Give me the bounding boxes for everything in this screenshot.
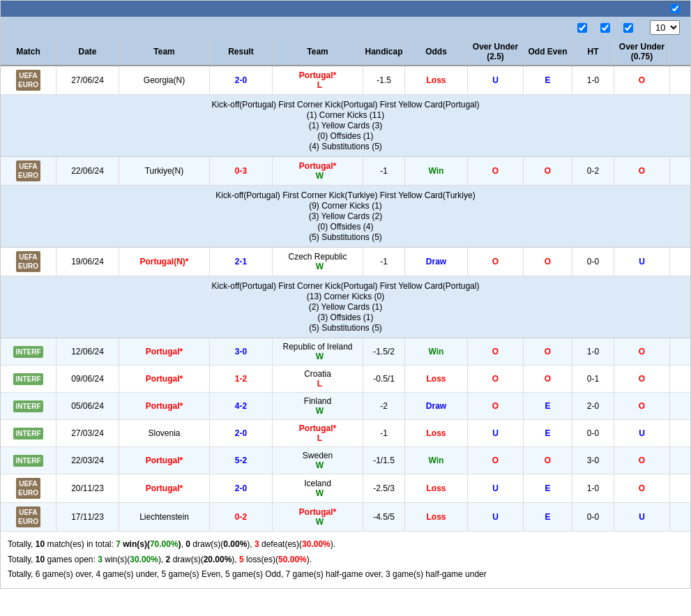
handicap-cell: -2.5/3: [363, 474, 405, 502]
date-cell: 09/06/24: [56, 366, 119, 392]
header-bar: [1, 1, 690, 17]
date-cell: 20/11/23: [56, 474, 119, 502]
table-row: UEFA EURO27/06/24Georgia(N)2-0Portugal*L…: [1, 66, 690, 95]
detail-line: (1) Yellow Cards (3): [8, 121, 683, 130]
ou25-cell: U: [468, 474, 524, 502]
ou25-cell: O: [468, 447, 524, 474]
team1-cell: Portugal*: [119, 338, 210, 365]
competition-cell: INTERF: [1, 447, 56, 474]
result-cell: 5-2: [210, 447, 273, 474]
main-container: 10 20 30 Match Date Team Result Team Han…: [0, 0, 691, 589]
odds-cell: Loss: [405, 66, 468, 94]
detail-line: Kick-off(Portugal) First Corner Kick(Por…: [8, 100, 683, 110]
table-row: UEFA EURO22/06/24Turkiye(N)0-3Portugal*W…: [1, 157, 690, 186]
detail-line: (5) Substitutions (5): [8, 323, 683, 333]
oe-cell: O: [524, 248, 572, 276]
odds-cell: Loss: [405, 503, 468, 531]
display-notes-area: [671, 4, 683, 13]
filter-world-cup: [623, 23, 636, 33]
competition-badge: INTERF: [13, 428, 43, 440]
competition-badge: INTERF: [13, 400, 43, 412]
table-row: UEFA EURO19/06/24Portugal(N)*2-1Czech Re…: [1, 248, 690, 276]
detail-line: (3) Offsides (1): [8, 313, 683, 322]
ht-cell: 1-0: [572, 66, 614, 94]
filter-uefa-euro: [600, 23, 613, 33]
ou075-cell: O: [614, 447, 670, 474]
col-date: Date: [56, 38, 119, 65]
col-handicap: Handicap: [363, 38, 405, 65]
col-odds: Odds: [405, 38, 468, 65]
interf-checkbox[interactable]: [577, 23, 587, 33]
summary-area: Totally, 10 match(es) in total: 7 win(s)…: [1, 532, 690, 588]
competition-badge: UEFA EURO: [16, 160, 40, 181]
competition-cell: UEFA EURO: [1, 248, 56, 276]
table-row: UEFA EURO20/11/23Portugal*2-0IcelandW-2.…: [1, 474, 690, 503]
oe-cell: E: [524, 474, 572, 502]
odds-cell: Win: [405, 157, 468, 185]
competition-badge: INTERF: [13, 373, 43, 385]
ou075-cell: O: [614, 157, 670, 185]
detail-line: (9) Corner Kicks (1): [8, 201, 683, 211]
detail-line: (3) Yellow Cards (2): [8, 211, 683, 221]
team2-cell: Portugal*L: [273, 66, 363, 94]
odds-cell: Loss: [405, 420, 468, 446]
ou25-cell: U: [468, 66, 524, 94]
competition-badge: INTERF: [13, 455, 43, 467]
table-row: INTERF22/03/24Portugal*5-2SwedenW-1/1.5W…: [1, 447, 690, 474]
table-row: UEFA EURO17/11/23Liechtenstein0-2Portuga…: [1, 503, 690, 532]
summary-line-2: Totally, 10 games open: 3 win(s)(30.00%)…: [8, 553, 683, 568]
table-body: UEFA EURO27/06/24Georgia(N)2-0Portugal*L…: [1, 66, 690, 532]
result-cell: 2-1: [210, 248, 273, 276]
odds-cell: Win: [405, 447, 468, 474]
oe-cell: O: [524, 338, 572, 365]
team2-cell: CroatiaL: [273, 366, 363, 392]
date-cell: 22/06/24: [56, 157, 119, 185]
competition-cell: UEFA EURO: [1, 474, 56, 502]
result-cell: 0-2: [210, 503, 273, 531]
col-result: Result: [210, 38, 273, 65]
competition-badge: UEFA EURO: [16, 478, 40, 499]
detail-line: (0) Offsides (1): [8, 131, 683, 141]
summary-line-1: Totally, 10 match(es) in total: 7 win(s)…: [8, 537, 683, 553]
col-oe: Odd Even: [524, 38, 572, 65]
uefa-euro-checkbox[interactable]: [600, 23, 610, 33]
handicap-cell: -1.5: [363, 66, 405, 94]
ou25-cell: O: [468, 393, 524, 419]
col-ou075: Over Under (0.75): [614, 38, 670, 65]
detail-line: (1) Corner Kicks (11): [8, 110, 683, 120]
result-cell: 0-3: [210, 157, 273, 185]
team1-cell: Portugal(N)*: [119, 248, 210, 276]
ou075-cell: O: [614, 366, 670, 392]
detail-line: (5) Substitutions (5): [8, 232, 683, 242]
ht-cell: 0-2: [572, 157, 614, 185]
ht-cell: 1-0: [572, 474, 614, 502]
detail-line: Kick-off(Portugal) First Corner Kick(Por…: [8, 281, 683, 291]
team2-cell: Portugal*L: [273, 420, 363, 446]
competition-cell: INTERF: [1, 420, 56, 446]
detail-line: Kick-off(Portugal) First Corner Kick(Tur…: [8, 190, 683, 200]
detail-row: Kick-off(Portugal) First Corner Kick(Por…: [1, 95, 690, 157]
competition-cell: INTERF: [1, 366, 56, 392]
oe-cell: E: [524, 66, 572, 94]
display-notes-checkbox[interactable]: [671, 4, 680, 13]
last-games-select[interactable]: 10 20 30: [650, 20, 680, 35]
filter-bar: 10 20 30: [1, 17, 690, 38]
team1-cell: Turkiye(N): [119, 157, 210, 185]
competition-cell: UEFA EURO: [1, 66, 56, 94]
date-cell: 27/03/24: [56, 420, 119, 446]
ht-cell: 1-0: [572, 338, 614, 365]
ou25-cell: O: [468, 338, 524, 365]
world-cup-checkbox[interactable]: [623, 23, 633, 33]
result-cell: 3-0: [210, 338, 273, 365]
odds-cell: Loss: [405, 366, 468, 392]
detail-line: (13) Corner Kicks (0): [8, 292, 683, 301]
team1-cell: Portugal*: [119, 393, 210, 419]
handicap-cell: -2: [363, 393, 405, 419]
ht-cell: 0-0: [572, 420, 614, 446]
date-cell: 22/03/24: [56, 447, 119, 474]
col-team2: Team: [273, 38, 363, 65]
detail-row: Kick-off(Portugal) First Corner Kick(Tur…: [1, 186, 690, 248]
competition-badge: UEFA EURO: [16, 506, 40, 527]
odds-cell: Win: [405, 338, 468, 365]
col-match: Match: [1, 38, 56, 65]
